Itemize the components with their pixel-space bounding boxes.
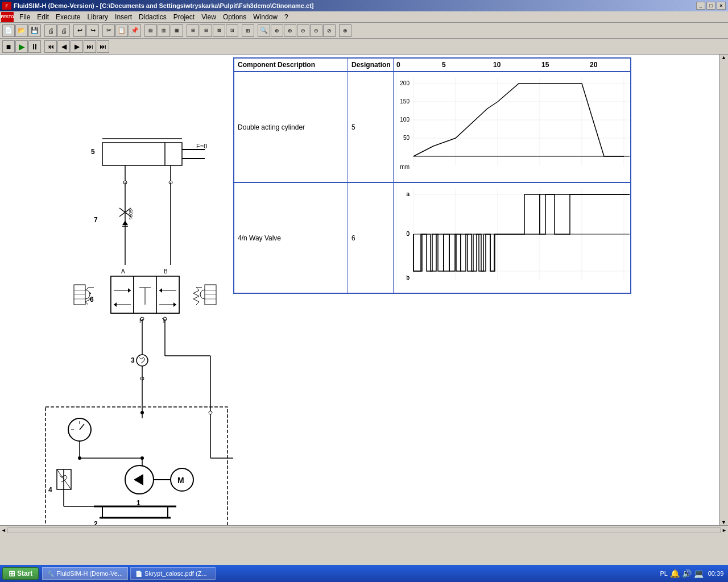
menu-execute[interactable]: Execute <box>52 13 84 22</box>
svg-text:150: 150 <box>400 98 410 105</box>
row1-svg: 200 150 100 50 mm <box>394 72 630 180</box>
skip-back-button[interactable]: ⏮ <box>44 40 57 53</box>
view1-button[interactable]: ⊞ <box>187 24 199 37</box>
play-button[interactable]: ▶ <box>15 40 28 53</box>
close-button[interactable]: × <box>717 2 726 10</box>
undo-button[interactable]: ↩ <box>73 24 86 37</box>
zoom-in-button[interactable]: 🔍 <box>258 24 270 37</box>
save-button[interactable]: 💾 <box>28 24 41 37</box>
tray-icon-1: 🔔 <box>670 569 680 578</box>
fluidsim-icon: 🔧 <box>47 571 54 577</box>
print-button[interactable]: 🖨 <box>44 24 57 37</box>
row2-component: 4/n Way Valve <box>234 183 348 293</box>
menu-options[interactable]: Options <box>220 13 250 22</box>
param-button[interactable]: ⊗ <box>339 24 351 37</box>
table-button[interactable]: ⊞ <box>242 24 254 37</box>
svg-point-59 <box>136 355 148 366</box>
tray-icon-2: 🔊 <box>682 569 692 578</box>
bottom-scrollbar[interactable]: ◄ ► <box>0 525 728 534</box>
pause-button[interactable]: ⏸ <box>28 40 41 53</box>
chart-row-1: Double acting cylinder 5 <box>234 72 630 183</box>
zoom-out1-button[interactable]: ⊕ <box>271 24 283 37</box>
align1-button[interactable]: ▤ <box>144 24 157 37</box>
view3-button[interactable]: ⊠ <box>213 24 225 37</box>
chart-table: Component Description Designation 0 5 10… <box>233 57 631 294</box>
clock: 00:39 <box>706 570 726 577</box>
minimize-button[interactable]: _ <box>696 2 705 10</box>
menu-help[interactable]: ? <box>281 13 292 22</box>
svg-rect-45 <box>205 285 216 305</box>
skip-fwd-button[interactable]: ⏭ <box>84 40 96 53</box>
header-designation: Designation <box>348 59 394 71</box>
view4-button[interactable]: ⊡ <box>226 24 238 37</box>
svg-text:F=0: F=0 <box>196 143 207 149</box>
zoom-out2-button[interactable]: ⊕ <box>284 24 296 37</box>
tray-icon-3: 💻 <box>694 569 704 578</box>
copy-button[interactable]: 📋 <box>115 24 128 37</box>
zoom-fit-button[interactable]: ⊖ <box>297 24 309 37</box>
paste-button[interactable]: 📌 <box>129 24 141 37</box>
svg-marker-15 <box>122 221 128 225</box>
start-button[interactable]: ⊞ Start <box>2 567 39 580</box>
svg-text:B: B <box>164 268 168 275</box>
align2-button[interactable]: ▥ <box>158 24 170 37</box>
circuit-diagram: F=0 5 7 %05 A <box>0 55 233 525</box>
svg-text:2: 2 <box>94 520 98 525</box>
row1-designation: 5 <box>348 72 394 182</box>
view2-button[interactable]: ⊟ <box>200 24 212 37</box>
scroll-right-arrow[interactable]: ► <box>722 527 727 533</box>
scroll-up-arrow[interactable]: ▲ <box>721 55 726 60</box>
stop-button[interactable]: ■ <box>2 40 15 53</box>
menu-insert[interactable]: Insert <box>111 13 135 22</box>
scroll-down-arrow[interactable]: ▼ <box>721 519 726 525</box>
scroll-left-arrow[interactable]: ◄ <box>1 527 6 533</box>
svg-text:A: A <box>121 268 125 275</box>
svg-text:5: 5 <box>91 148 95 156</box>
pdf-icon: 📄 <box>135 571 142 577</box>
svg-text:3: 3 <box>131 356 135 364</box>
title-text: FluidSIM-H (Demo-Version) - [C:\Document… <box>14 2 313 9</box>
title-bar: F FluidSIM-H (Demo-Version) - [C:\Docume… <box>0 0 728 11</box>
cut-button[interactable]: ✂ <box>102 24 115 37</box>
toolbar1: 📄 📂 💾 🖨 🖨 ↩ ↪ ✂ 📋 📌 ▤ ▥ ▦ ⊞ ⊟ ⊠ ⊡ ⊞ 🔍 ⊕ … <box>0 23 728 39</box>
row2-designation: 6 <box>348 183 394 293</box>
row1-component: Double acting cylinder <box>234 72 348 182</box>
svg-rect-41 <box>74 285 85 305</box>
svg-text:50: 50 <box>403 135 410 141</box>
x-axis-5: 5 <box>442 61 446 69</box>
menu-didactics[interactable]: Didactics <box>135 13 170 22</box>
svg-rect-26 <box>156 276 179 313</box>
menu-library[interactable]: Library <box>84 13 111 22</box>
open-button[interactable]: 📂 <box>15 24 28 37</box>
zoom-reset-button[interactable]: ⊘ <box>323 24 336 37</box>
step-fwd-button[interactable]: ▶ <box>71 40 83 53</box>
maximize-button[interactable]: □ <box>706 2 715 10</box>
align3-button[interactable]: ▦ <box>171 24 183 37</box>
row2-graph: a 0 b <box>394 183 630 293</box>
redo-button[interactable]: ↪ <box>86 24 99 37</box>
x-axis-0: 0 <box>396 61 400 69</box>
menu-view[interactable]: View <box>198 13 220 22</box>
print2-button[interactable]: 🖨 <box>57 24 70 37</box>
window-controls: _ □ × <box>696 2 726 10</box>
taskbar-fluidsim[interactable]: 🔧 FluidSIM-H (Demo-Ve... <box>42 567 128 580</box>
right-scrollbar[interactable]: ▲ ▼ <box>719 55 728 525</box>
canvas[interactable]: F=0 5 7 %05 A <box>0 55 719 525</box>
chart-row-2: 4/n Way Valve 6 <box>234 183 630 293</box>
zoom-out3-button[interactable]: ⊖ <box>310 24 322 37</box>
windows-logo-icon: ⊞ <box>9 569 15 578</box>
menu-window[interactable]: Window <box>250 13 281 22</box>
svg-point-78 <box>78 456 81 460</box>
menu-edit[interactable]: Edit <box>34 13 52 22</box>
menu-file[interactable]: File <box>16 13 34 22</box>
new-button[interactable]: 📄 <box>2 24 15 37</box>
taskbar-tray: PL 🔔 🔊 💻 00:39 <box>660 569 728 578</box>
skip-end-button[interactable]: ⏭ <box>97 40 109 53</box>
main-area: ▲ ▼ F=0 5 <box>0 55 728 525</box>
svg-text:200: 200 <box>400 80 410 86</box>
step-back-button[interactable]: ◀ <box>57 40 70 53</box>
taskbar-pdf[interactable]: 📄 Skrypt_calosc.pdf (Z... <box>130 567 216 580</box>
menu-project[interactable]: Project <box>170 13 198 22</box>
svg-text:a: a <box>406 191 410 197</box>
taskbar: ⊞ Start 🔧 FluidSIM-H (Demo-Ve... 📄 Skryp… <box>0 565 728 582</box>
